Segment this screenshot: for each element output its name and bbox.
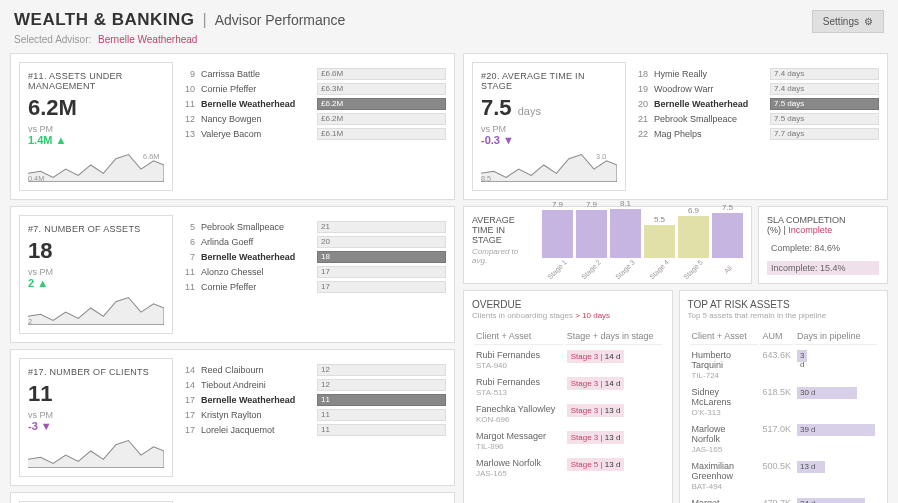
- kpi-title: #20. AVERAGE TIME IN STAGE: [481, 71, 617, 91]
- rank-row: 11Cornie Pfeffer17: [179, 279, 446, 294]
- kpi-title: #11. ASSETS UNDER MANAGEMENT: [28, 71, 164, 91]
- svg-text:0.4M: 0.4M: [28, 174, 44, 182]
- rank-row: 14Tiebout Andreini12: [179, 377, 446, 392]
- title-separator: |: [203, 11, 207, 29]
- rank-row: 5Pebrook Smallpeace21: [179, 219, 446, 234]
- rank-row: 19Woodrow Warr7.4 days: [632, 81, 879, 96]
- table-row: Sidney McLarensO'K-313618.5K30 d: [690, 384, 878, 419]
- table-row: Margot MessagerTIL-896Stage 3 | 13 d: [474, 428, 662, 453]
- kpi-metric: #11. ASSETS UNDER MANAGEMENT 6.2M vs PM …: [19, 62, 173, 191]
- sparkline-chart: 0.4M6.6M: [28, 150, 164, 182]
- sparkline-chart: [28, 436, 164, 468]
- svg-text:2: 2: [28, 317, 32, 325]
- stage-pill: Stage 5 | 13 d: [567, 458, 625, 471]
- rank-row: 11Bernelle Weatherhead£6.2M: [179, 96, 446, 111]
- selected-advisor[interactable]: Bernelle Weatherhead: [98, 34, 197, 45]
- kpi-card: #7. NUMBER OF ASSETS 18 vs PM 2 ▲ 2 5Peb…: [10, 206, 455, 343]
- days-bar: 34 d: [797, 498, 865, 504]
- rank-row: 7Bernelle Weatherhead18: [179, 249, 446, 264]
- sla-complete: Complete: 84.6%: [767, 241, 879, 255]
- header: WEALTH & BANKING | Advisor Performance S…: [0, 0, 898, 53]
- kpi-card: #20. AVERAGE TIME IN STAGE 7.5 days vs P…: [463, 53, 888, 200]
- table-row: Rubi FernandesSTA-513Stage 3 | 14 d: [474, 374, 662, 399]
- kpi-metric: #17. NUMBER OF CLIENTS 11 vs PM -3 ▼: [19, 358, 173, 477]
- table-row: Marlowe NorfolkJAS-165Stage 5 | 13 d: [474, 455, 662, 480]
- rank-row: 10Cornie Pfeffer£6.3M: [179, 81, 446, 96]
- kpi-title: #17. NUMBER OF CLIENTS: [28, 367, 164, 377]
- sla-card: SLA COMPLETION(%) | Incomplete Complete:…: [758, 206, 888, 284]
- stage-bar: 7.9Stage 1: [542, 200, 573, 273]
- overdue-card: OVERDUE Clients in onboarding stages > 1…: [463, 290, 673, 503]
- rank-row: 17Bernelle Weatherhead11: [179, 392, 446, 407]
- rank-row: 22Mag Phelps7.7 days: [632, 126, 879, 141]
- days-bar: 39 d: [797, 424, 875, 436]
- rank-row: 6Arlinda Goeff20: [179, 234, 446, 249]
- days-bar: 3 d: [797, 350, 807, 362]
- kpi-metric: #20. AVERAGE TIME IN STAGE 7.5 days vs P…: [472, 62, 626, 191]
- days-bar: 13 d: [797, 461, 825, 473]
- rank-list: 18Hymie Really7.4 days19Woodrow Warr7.4 …: [632, 62, 879, 191]
- stage-pill: Stage 3 | 13 d: [567, 431, 625, 444]
- sparkline-chart: 8.53.0: [481, 150, 617, 182]
- rank-row: 9Carrissa Battle£6.6M: [179, 66, 446, 81]
- stage-bar: 6.9Stage 5: [678, 206, 709, 273]
- sla-incomplete: Incomplete: 15.4%: [767, 261, 879, 275]
- rank-row: 17Lorelei Jacquemot11: [179, 422, 446, 437]
- days-bar: 30 d: [797, 387, 857, 399]
- stage-pill: Stage 3 | 14 d: [567, 350, 625, 363]
- risk-card: TOP AT RISK ASSETS Top 5 assets that rem…: [679, 290, 889, 503]
- kpi-card: #10. AVERAGE PIPELINE DURATION 39 days v…: [10, 492, 455, 503]
- sparkline-chart: 2: [28, 293, 164, 325]
- stage-pill: Stage 3 | 14 d: [567, 377, 625, 390]
- rank-list: 14Reed Claibourn1214Tiebout Andreini1217…: [179, 358, 446, 477]
- kpi-card: #11. ASSETS UNDER MANAGEMENT 6.2M vs PM …: [10, 53, 455, 200]
- table-row: Marlowe NorfolkJAS-165517.0K39 d: [690, 421, 878, 456]
- rank-row: 14Reed Claibourn12: [179, 362, 446, 377]
- selected-label: Selected Advisor:: [14, 34, 91, 45]
- gear-icon: ⚙: [864, 16, 873, 27]
- stage-bar: 5.5Stage 4: [644, 215, 675, 273]
- svg-text:6.6M: 6.6M: [143, 152, 159, 161]
- rank-row: 20Bernelle Weatherhead7.5 days: [632, 96, 879, 111]
- table-row: Fanechka YallowleyKON-696Stage 3 | 13 d: [474, 401, 662, 426]
- page-subtitle: Advisor Performance: [215, 12, 346, 28]
- rank-row: 13Valerye Bacom£6.1M: [179, 126, 446, 141]
- table-row: Margot MessagerTIL-896470.7K34 d: [690, 495, 878, 503]
- avg-time-stage-card: AVERAGE TIME IN STAGE Compared to avg. 7…: [463, 206, 752, 284]
- svg-text:8.5: 8.5: [481, 174, 491, 182]
- rank-row: 12Nancy Bowgen£6.2M: [179, 111, 446, 126]
- stage-pill: Stage 3 | 13 d: [567, 404, 625, 417]
- rank-list: 9Carrissa Battle£6.6M10Cornie Pfeffer£6.…: [179, 62, 446, 191]
- stage-bar: 7.9Stage 2: [576, 200, 607, 273]
- rank-list: 5Pebrook Smallpeace216Arlinda Goeff207Be…: [179, 215, 446, 334]
- rank-row: 11Alonzo Chessel17: [179, 264, 446, 279]
- rank-row: 17Kristyn Raylton11: [179, 407, 446, 422]
- page-title: WEALTH & BANKING: [14, 10, 195, 30]
- stage-bar: 8.1Stage 3: [610, 199, 641, 273]
- table-row: Rubi FernandesSTA-940Stage 3 | 14 d: [474, 347, 662, 372]
- rank-row: 18Hymie Really7.4 days: [632, 66, 879, 81]
- settings-button[interactable]: Settings ⚙: [812, 10, 884, 33]
- kpi-metric: #7. NUMBER OF ASSETS 18 vs PM 2 ▲ 2: [19, 215, 173, 334]
- svg-text:3.0: 3.0: [596, 152, 606, 161]
- kpi-title: #7. NUMBER OF ASSETS: [28, 224, 164, 234]
- rank-row: 21Pebrook Smallpeace7.5 days: [632, 111, 879, 126]
- stage-bar: 7.5All: [712, 203, 743, 273]
- table-row: Maximilian GreenhowBAT-494500.5K13 d: [690, 458, 878, 493]
- kpi-card: #17. NUMBER OF CLIENTS 11 vs PM -3 ▼ 14R…: [10, 349, 455, 486]
- table-row: Humberto TarquiniTIL-724643.6K3 d: [690, 347, 878, 382]
